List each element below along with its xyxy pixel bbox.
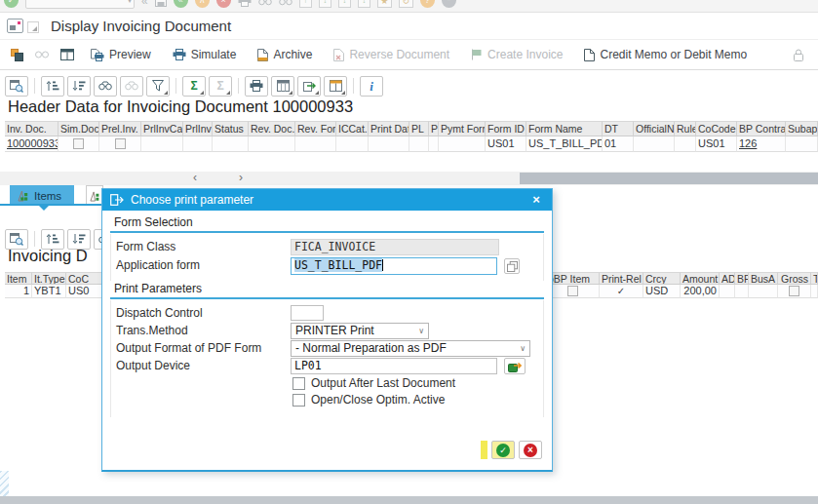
choose-layout-button[interactable] xyxy=(324,76,347,97)
first-page-icon[interactable]: ↑ xyxy=(299,0,312,8)
column-header[interactable]: PrlInv xyxy=(183,121,213,136)
column-header[interactable]: BusA xyxy=(749,272,778,285)
column-header[interactable]: OfficialNo xyxy=(634,121,675,136)
archive-button[interactable]: Archive xyxy=(251,43,319,66)
column-header[interactable]: CoC xyxy=(66,272,106,285)
column-header[interactable]: Print Date xyxy=(369,121,409,136)
column-header[interactable]: Form ID xyxy=(486,121,526,136)
other-document-button[interactable] xyxy=(9,43,25,66)
column-header[interactable]: PrlInvCat xyxy=(141,121,183,136)
back-icon[interactable]: « xyxy=(174,0,188,8)
checkbox-box[interactable] xyxy=(292,394,305,407)
application-form-value-help-button[interactable] xyxy=(504,258,520,274)
reverse-document-button[interactable]: Reverse Document xyxy=(327,43,456,66)
export-button[interactable] xyxy=(297,76,321,97)
page-down-icon[interactable]: ↓ xyxy=(338,0,351,8)
column-header[interactable]: Rev. For xyxy=(295,121,336,136)
sum-button[interactable]: Σ xyxy=(182,76,206,97)
print-icon[interactable] xyxy=(238,0,252,7)
info-button[interactable]: i xyxy=(360,76,383,97)
dialog-close-icon[interactable]: × xyxy=(528,192,544,208)
last-page-icon[interactable]: ↓ xyxy=(358,0,370,8)
layout-button[interactable] xyxy=(58,43,76,66)
new-session-icon[interactable]: ↻ xyxy=(399,0,413,8)
adapt-layout-icon[interactable] xyxy=(27,21,39,33)
preview-button[interactable]: Preview xyxy=(84,43,158,66)
column-header[interactable]: Rule xyxy=(675,121,696,136)
column-header[interactable]: T xyxy=(811,272,818,285)
tab-items[interactable]: Items xyxy=(10,185,74,206)
output-after-last-doc-checkbox[interactable]: Output After Last Document xyxy=(292,376,455,390)
column-header[interactable]: Prel.Inv. xyxy=(99,121,141,136)
application-form-field[interactable]: US_T_BILL_PDF xyxy=(291,257,497,275)
cancel-button[interactable]: × xyxy=(519,441,542,459)
column-header[interactable]: Amount xyxy=(681,272,720,285)
dispatch-control-field[interactable] xyxy=(291,305,324,321)
save-icon[interactable] xyxy=(155,0,167,7)
simulate-button[interactable]: Simulate xyxy=(166,43,244,66)
sim-doc-checkbox[interactable] xyxy=(58,136,99,152)
column-header[interactable]: ICCat. xyxy=(336,121,369,136)
column-header[interactable]: Sim.Doc. xyxy=(58,121,99,136)
obp-item-checkbox[interactable] xyxy=(546,285,600,298)
exit-icon[interactable]: ∧ xyxy=(195,0,210,8)
column-header[interactable]: BP Contract xyxy=(737,121,786,136)
filter-button[interactable] xyxy=(146,76,170,97)
column-header[interactable]: Form Name xyxy=(526,121,603,136)
column-header[interactable]: DT xyxy=(603,121,634,136)
column-header[interactable]: Pymt Form xyxy=(439,121,486,136)
column-header[interactable]: Item xyxy=(5,272,32,285)
column-header[interactable]: PL xyxy=(409,121,429,136)
output-device-settings-button[interactable] xyxy=(504,358,526,374)
details-button[interactable] xyxy=(5,76,28,97)
find-button[interactable] xyxy=(94,76,117,97)
scroll-right-icon[interactable]: › xyxy=(234,172,248,184)
ok-button[interactable]: ✓ xyxy=(491,441,515,459)
command-dropdown-icon[interactable]: ▾ xyxy=(128,0,132,5)
cancel-icon[interactable]: × xyxy=(216,0,231,8)
column-header[interactable]: Status xyxy=(213,121,249,136)
column-header[interactable]: Rev. Doc. xyxy=(249,121,295,136)
output-format-select[interactable]: - Normal Preparation as PDF ∨ xyxy=(291,340,530,357)
sort-descending-button[interactable] xyxy=(67,76,91,97)
column-header[interactable]: Print-Rel xyxy=(600,272,643,285)
find-next-icon[interactable] xyxy=(279,0,292,6)
command-field[interactable]: ▾ xyxy=(25,0,135,9)
gui-screen-icon[interactable] xyxy=(7,19,23,33)
open-close-optim-checkbox[interactable]: Open/Close Optim. Active xyxy=(292,393,445,407)
column-header[interactable]: oBP Item xyxy=(546,272,600,285)
gross-checkbox[interactable] xyxy=(778,285,811,298)
scroll-left-icon[interactable]: ‹ xyxy=(188,172,202,184)
trans-method-select[interactable]: PRINTER Print ∨ xyxy=(291,323,429,339)
column-header[interactable]: Gross xyxy=(778,272,811,285)
scrollbar-thumb[interactable] xyxy=(520,173,818,184)
page-up-icon[interactable]: ↓ xyxy=(319,0,331,8)
column-header[interactable]: It.Type xyxy=(32,272,66,285)
invoice-doc-link[interactable]: 100000933 xyxy=(7,137,58,149)
prel-inv-checkbox[interactable] xyxy=(99,136,141,152)
column-header[interactable]: Subap xyxy=(786,121,818,136)
output-device-field[interactable]: LP01 xyxy=(291,358,497,374)
credit-memo-button[interactable]: Credit Memo or Debit Memo xyxy=(577,43,754,66)
bp-contract-link[interactable]: 126 xyxy=(739,137,757,149)
sort-ascending-button[interactable] xyxy=(41,76,64,97)
column-header[interactable]: BP xyxy=(735,272,749,285)
customize-icon[interactable]: * xyxy=(442,0,456,8)
views-button[interactable] xyxy=(271,76,294,97)
column-header[interactable]: Inv. Doc. xyxy=(5,121,58,136)
favorites-icon[interactable]: ★ xyxy=(377,0,392,8)
find-next-button[interactable] xyxy=(120,76,143,97)
checkbox-box[interactable] xyxy=(292,377,305,390)
display-change-button[interactable] xyxy=(33,43,51,66)
column-header[interactable]: P xyxy=(429,121,439,136)
help-icon[interactable]: ? xyxy=(420,0,435,8)
subtotal-button[interactable]: Σ xyxy=(209,76,232,97)
enter-icon[interactable]: ✓ xyxy=(4,0,19,8)
column-header[interactable]: AD xyxy=(720,272,735,285)
undo-icon[interactable]: « xyxy=(141,0,148,8)
dialog-title-bar[interactable]: Choose print parameter × xyxy=(102,189,552,211)
column-header[interactable]: CoCode xyxy=(696,121,737,136)
print-list-button[interactable] xyxy=(245,76,268,97)
create-invoice-button[interactable]: Create Invoice xyxy=(464,43,569,66)
column-header[interactable]: Crcy xyxy=(643,272,681,285)
